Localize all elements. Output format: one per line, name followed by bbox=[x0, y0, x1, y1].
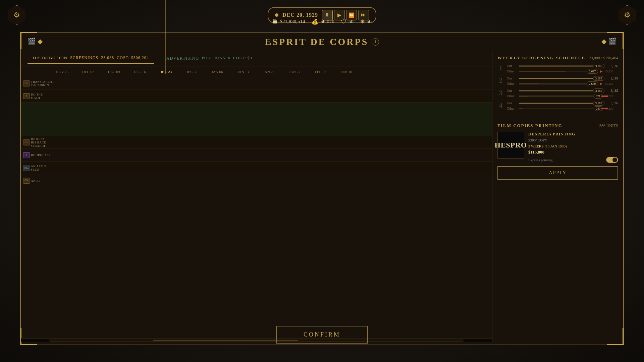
slider-badge-other-1: 6,627 bbox=[587, 69, 598, 74]
slider-other-1[interactable]: 6,627 bbox=[519, 71, 598, 72]
schedule-week-3: 3 Our 3,185 3,185 Other bbox=[497, 89, 618, 98]
label-our-1: Our bbox=[507, 64, 517, 68]
film-name-an-ap: AN AP bbox=[31, 179, 41, 182]
col-dec23: DEC 23 bbox=[153, 70, 178, 74]
left-content: DISTRIBUTION SCREENINGS: 23,088 COST: $3… bbox=[21, 50, 492, 342]
tab-advertising[interactable]: ADVERTISING POSITIONS: 0 COST: $0 bbox=[161, 53, 258, 64]
col-dec16: DEC 16 bbox=[127, 70, 153, 74]
printer-price: $300/ COPY bbox=[528, 138, 618, 142]
slider-badge-our-1: 3,185 bbox=[593, 64, 604, 68]
slider-other-3[interactable]: 821 bbox=[519, 96, 603, 97]
advertising-cost: COST: $0 bbox=[233, 56, 252, 61]
printer-duration: 3 WEEKS (10 JAN 1930) bbox=[528, 144, 618, 148]
weekly-schedule-section: WEEKLY SCREENING SCHEDULE 23,088 / $190,… bbox=[497, 55, 618, 114]
money-stat: 🏛 $21,830,514 bbox=[272, 19, 305, 25]
film-name-hourglass: HOURGLASS bbox=[31, 154, 51, 157]
val-our-4: 3,185 bbox=[606, 101, 618, 105]
slider-badge-our-4: 3,185 bbox=[593, 101, 604, 106]
film-row-apple-seed: MG AN APPLE SEED ⊙ ✕ ♥ +4 462 bbox=[21, 162, 492, 174]
film-badge-hourglass: ⧖ bbox=[23, 152, 30, 158]
coins-stat: 💰 $6,070 bbox=[312, 18, 334, 25]
info-button[interactable]: ℹ bbox=[372, 38, 379, 46]
arrow-1: ▶ bbox=[600, 69, 603, 73]
slider-other-4[interactable]: 240 bbox=[519, 108, 603, 109]
week-num-1: 1 bbox=[497, 64, 504, 73]
distribution-cost: COST: $306,204 bbox=[117, 55, 149, 60]
advertising-positions: POSITIONS: 0 bbox=[202, 56, 230, 61]
film-rows: GH TRANSPARENT CAULDRON ⚙ ✕ S bbox=[21, 77, 492, 338]
arrow-2: ▶ bbox=[600, 82, 603, 85]
tab-distribution-label: DISTRIBUTION bbox=[33, 55, 67, 61]
copies-header: FILM COPIES PRINTING 386 UNITS bbox=[497, 123, 618, 128]
label-other-4: Other bbox=[507, 107, 517, 110]
film-row-transparent-cauldron: GH TRANSPARENT CAULDRON ⚙ ✕ bbox=[21, 77, 492, 90]
tabs: DISTRIBUTION SCREENINGS: 23,088 COST: $3… bbox=[21, 50, 492, 66]
red-marker-3 bbox=[601, 96, 608, 97]
coins-value: $6,070 bbox=[320, 19, 334, 24]
film-row-he-kept: GH HE KEPT HIS BACK STRAIGHT ✕ 🔍 ♥ +4 bbox=[21, 136, 492, 149]
label-other-1: Other bbox=[507, 69, 517, 73]
slider-fill-other-2 bbox=[519, 83, 539, 84]
slider-our-1[interactable]: 3,185 bbox=[519, 65, 604, 67]
week-num-4: 4 bbox=[497, 101, 504, 110]
week-row-3-our: Our 3,185 3,185 bbox=[507, 89, 618, 93]
film-label-do-the-math: S DO THE MATH bbox=[21, 93, 49, 100]
col-feb10: FEB 10 bbox=[333, 70, 359, 74]
slider-our-2[interactable]: 3,185 bbox=[519, 78, 604, 79]
col-dec30: DEC 30 bbox=[178, 70, 204, 74]
right-panel: WEEKLY SCREENING SCHEDULE 23,088 / $190,… bbox=[492, 50, 623, 342]
slider-fill-other-3 bbox=[519, 96, 528, 97]
current-date: DEC 20, 1929 bbox=[282, 12, 318, 18]
film-row-an-ap: GH AN AP ◀ AN AP bbox=[21, 174, 492, 187]
film-badge-s: S bbox=[23, 93, 30, 99]
copies-title: FILM COPIES PRINTING bbox=[497, 123, 562, 128]
col-nov25: NOV 25 bbox=[49, 70, 75, 74]
top-right-button[interactable]: ⚙ bbox=[617, 5, 637, 25]
col-jan27: JAN 27 bbox=[282, 70, 308, 74]
panel-title-area: 🎬 ◆ ESPRIT DE CORPS ℹ ◆ 🎬 bbox=[21, 33, 623, 50]
printer-logo-text: HESPRO bbox=[495, 141, 527, 149]
slider-fill-our-4 bbox=[519, 103, 596, 104]
star-value: 50 bbox=[367, 19, 372, 24]
slider-other-2[interactable]: 2,660 bbox=[519, 83, 598, 84]
week-rows-3: Our 3,185 3,185 Other 821 bbox=[507, 89, 618, 98]
confirm-button[interactable]: CONFIRM bbox=[276, 326, 368, 344]
schedule-header: WEEKLY SCREENING SCHEDULE 23,088 / $190,… bbox=[497, 55, 618, 61]
week-row-1-other: Other 6,627 ▶ 45,220 bbox=[507, 69, 618, 73]
money-icon: 🏛 bbox=[272, 19, 278, 25]
express-label: Express printing bbox=[528, 158, 552, 162]
label-other-2: Other bbox=[507, 82, 517, 85]
star-icon: ✳ bbox=[360, 18, 365, 25]
schedule-week-2: 2 Our 3,185 3,185 Other bbox=[497, 76, 618, 85]
label-our-4: Our bbox=[507, 101, 517, 105]
film-copies-section: FILM COPIES PRINTING 386 UNITS HESPRO HE… bbox=[497, 119, 618, 180]
toggle-knob bbox=[612, 158, 617, 162]
film-label-an-ap: GH AN AP bbox=[21, 178, 49, 184]
settings-button[interactable]: ⚙ bbox=[7, 5, 27, 25]
film-label-apple-seed: MG AN APPLE SEED bbox=[21, 165, 49, 171]
slider-our-3[interactable]: 3,185 bbox=[519, 90, 604, 92]
col-jan06: JAN 06 bbox=[204, 70, 230, 74]
express-toggle[interactable] bbox=[606, 157, 618, 163]
col-dec09: DEC 09 bbox=[101, 70, 127, 74]
film-badge-an-ap: GH bbox=[23, 178, 30, 184]
col-dec02: DEC 02 bbox=[75, 70, 101, 74]
week-row-2-our: Our 3,185 3,185 bbox=[507, 76, 618, 80]
scrollbar-area bbox=[21, 338, 492, 342]
apply-button[interactable]: APPLY bbox=[497, 166, 618, 180]
slider-our-4[interactable]: 3,185 bbox=[519, 103, 604, 104]
scrollbar-track[interactable] bbox=[49, 340, 464, 342]
film-row-esprit: ◀ ▶ ◈ ◈ ◈ bbox=[21, 103, 492, 136]
film-label-he-kept: GH HE KEPT HIS BACK STRAIGHT bbox=[21, 137, 49, 147]
slider-fill-our-3 bbox=[519, 90, 596, 91]
schedule-week-4: 4 Our 3,185 3,185 Other bbox=[497, 101, 618, 110]
tab-distribution[interactable]: DISTRIBUTION SCREENINGS: 23,088 COST: $3… bbox=[28, 53, 154, 64]
film-name-he-kept: HE KEPT HIS BACK STRAIGHT bbox=[31, 137, 47, 147]
confirm-area: CONFIRM bbox=[276, 326, 368, 344]
film-badge-he-kept: GH bbox=[23, 139, 30, 145]
main-panel: 🎬 ◆ ESPRIT DE CORPS ℹ ◆ 🎬 DISTRIBUTION S… bbox=[20, 32, 624, 345]
week-row-1-our: Our 3,185 3,185 bbox=[507, 64, 618, 68]
star-stat: ✳ 50 bbox=[360, 18, 372, 25]
express-row: Express printing bbox=[528, 157, 618, 163]
col-feb03: FEB 03 bbox=[308, 70, 333, 74]
